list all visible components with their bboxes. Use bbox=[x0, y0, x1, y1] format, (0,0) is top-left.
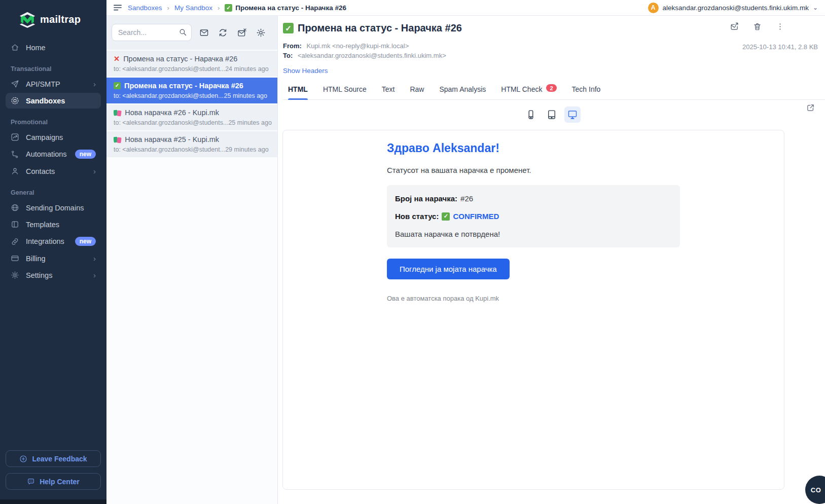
sidebar-item-settings[interactable]: Settings › bbox=[6, 267, 101, 283]
refresh-icon bbox=[218, 28, 228, 38]
email-list: Промена на статус - Нарачка #26 to: <ale… bbox=[106, 50, 277, 504]
order-confirm-line: Вашата нарачка е потврдена! bbox=[395, 230, 672, 238]
mobile-icon bbox=[526, 110, 536, 120]
check-mark-icon bbox=[225, 4, 232, 12]
sidebar-item-sending-domains[interactable]: Sending Domains bbox=[6, 200, 101, 215]
view-order-button[interactable]: Погледни ја мојата нарачка bbox=[387, 259, 510, 279]
mobile-preview-button[interactable] bbox=[523, 106, 539, 123]
search-field bbox=[112, 24, 192, 41]
more-options-button[interactable] bbox=[776, 22, 784, 31]
tab-html-source[interactable]: HTML Source bbox=[323, 82, 367, 99]
sidebar-item-label: Sending Domains bbox=[26, 204, 84, 212]
email-heading: Здраво Aleksandar! bbox=[387, 141, 680, 155]
tab-raw[interactable]: Raw bbox=[410, 82, 424, 99]
x-mark-icon bbox=[114, 55, 120, 63]
email-time: 29 minutes ago bbox=[225, 146, 268, 153]
delete-email-button[interactable] bbox=[753, 22, 762, 31]
person-icon bbox=[11, 167, 19, 175]
campaigns-chart-icon bbox=[11, 133, 19, 141]
sidebar-item-automations[interactable]: Automations new bbox=[6, 146, 101, 162]
sidebar-item-api-smtp[interactable]: API/SMTP › bbox=[6, 76, 101, 92]
check-mark-icon bbox=[114, 82, 121, 89]
tab-text[interactable]: Text bbox=[382, 82, 395, 99]
email-list-item[interactable]: Промена на статус - Нарачка #26 to: <ale… bbox=[106, 51, 277, 77]
open-in-new-window-button[interactable] bbox=[806, 103, 815, 114]
external-link-icon bbox=[806, 103, 815, 112]
email-preview-card: Здраво Aleksandar! Статусот на вашата на… bbox=[282, 130, 784, 490]
order-status-line: Нов статус: CONFIRMED bbox=[395, 212, 672, 221]
body: Промена на статус - Нарачка #26 to: <ale… bbox=[106, 16, 825, 504]
refresh-button[interactable] bbox=[217, 27, 229, 39]
breadcrumb-sandboxes[interactable]: Sandboxes bbox=[128, 4, 162, 12]
top-bar: Sandboxes › My Sandbox › Промена на стат… bbox=[106, 0, 825, 16]
inbox-settings-button[interactable] bbox=[255, 27, 267, 39]
tab-tech-info[interactable]: Tech Info bbox=[572, 82, 601, 99]
breadcrumb-my-sandbox[interactable]: My Sandbox bbox=[174, 4, 212, 12]
tablet-preview-button[interactable] bbox=[544, 106, 560, 123]
forward-email-button[interactable] bbox=[730, 22, 739, 31]
tab-html-check[interactable]: HTML Check 2 bbox=[501, 82, 556, 99]
email-footer-note: Ова е автоматска порака од Kupi.mk bbox=[387, 295, 680, 302]
from-value: Kupi.mk <no-reply@kupi-mk.local> bbox=[306, 42, 409, 50]
sidebar-item-campaigns[interactable]: Campaigns bbox=[6, 129, 101, 145]
sidebar-section-transactional: Transactional bbox=[11, 65, 96, 73]
sidebar-item-label: Integrations bbox=[26, 237, 64, 245]
compose-email-button[interactable] bbox=[198, 27, 210, 39]
email-time: 25 minutes ago bbox=[224, 92, 267, 99]
email-list-item-selected[interactable]: Промена на статус - Нарачка #26 to: <ale… bbox=[106, 78, 277, 103]
tablet-icon bbox=[547, 110, 557, 120]
tab-html[interactable]: HTML bbox=[288, 82, 308, 99]
plus-circle-icon bbox=[19, 455, 27, 463]
gear-icon bbox=[256, 28, 266, 38]
desktop-preview-button[interactable] bbox=[564, 106, 581, 123]
breadcrumb-separator: › bbox=[167, 4, 169, 12]
hamburger-menu-icon[interactable] bbox=[113, 3, 123, 13]
sidebar-item-sandboxes[interactable]: Sandboxes bbox=[6, 93, 101, 109]
account-menu[interactable]: A aleksandar.grozdanoski@students.finki.… bbox=[648, 3, 818, 13]
sidebar-item-integrations[interactable]: Integrations new bbox=[6, 233, 101, 249]
help-center-label: Help Center bbox=[40, 478, 80, 486]
email-subject: Промена на статус - Нарачка #26 bbox=[123, 55, 237, 63]
inbox-panel: Промена на статус - Нарачка #26 to: <ale… bbox=[106, 16, 278, 504]
tab-label: Text bbox=[382, 85, 395, 93]
mail-forward-icon bbox=[730, 22, 739, 31]
help-center-button[interactable]: Help Center bbox=[6, 473, 101, 490]
sidebar-item-home[interactable]: Home bbox=[6, 40, 101, 55]
sidebar-item-label: Campaigns bbox=[26, 133, 63, 141]
leave-feedback-button[interactable]: Leave Feedback bbox=[6, 450, 101, 467]
logo-text: mailtrap bbox=[40, 14, 81, 25]
credit-card-icon bbox=[11, 254, 19, 263]
show-headers-link[interactable]: Show Headers bbox=[283, 67, 328, 75]
chat-widget-label: CO bbox=[811, 486, 821, 494]
sidebar-item-label: API/SMTP bbox=[26, 80, 60, 88]
email-recipient: to: <aleksandar.grozdanoski@students... bbox=[114, 119, 228, 126]
email-list-item[interactable]: Нова нарачка #25 - Kupi.mk to: <aleksand… bbox=[106, 131, 277, 157]
mailtrap-app: mailtrap Home Transactional API/SMTP › S… bbox=[0, 0, 825, 504]
clear-inbox-button[interactable] bbox=[236, 27, 248, 39]
sidebar-item-contacts[interactable]: Contacts › bbox=[6, 163, 101, 179]
tab-spam-analysis[interactable]: Spam Analysis bbox=[439, 82, 486, 99]
order-status-label: Нов статус: bbox=[395, 212, 439, 221]
email-list-item[interactable]: Нова нарачка #26 - Kupi.mk to: <aleksand… bbox=[106, 104, 277, 130]
sidebar: mailtrap Home Transactional API/SMTP › S… bbox=[0, 0, 106, 504]
message-date-size: 2025-10-13 10:41, 2.8 KB bbox=[742, 43, 818, 51]
sidebar-item-label: Automations bbox=[26, 150, 67, 158]
layout-icon bbox=[11, 220, 19, 229]
shopping-bags-icon bbox=[114, 109, 121, 117]
paper-plane-icon bbox=[11, 80, 19, 88]
sandbox-icon bbox=[11, 96, 19, 105]
order-number-value: #26 bbox=[460, 194, 473, 203]
shopping-bags-icon bbox=[114, 136, 121, 143]
sidebar-item-billing[interactable]: Billing › bbox=[6, 250, 101, 266]
mailtrap-logo[interactable]: mailtrap bbox=[0, 0, 106, 31]
avatar: A bbox=[648, 3, 659, 13]
email-document: Здраво Aleksandar! Статусот на вашата на… bbox=[387, 130, 680, 302]
tab-label: Raw bbox=[410, 85, 424, 93]
sidebar-item-templates[interactable]: Templates bbox=[6, 217, 101, 232]
inbox-toolbar-buttons bbox=[192, 27, 270, 39]
from-label: From: bbox=[283, 42, 302, 50]
tab-label: HTML Check bbox=[501, 85, 542, 93]
account-email: aleksandar.grozdanoski@students.finki.uk… bbox=[663, 4, 809, 12]
tab-label: HTML bbox=[288, 85, 308, 93]
envelope-x-icon bbox=[237, 28, 247, 38]
